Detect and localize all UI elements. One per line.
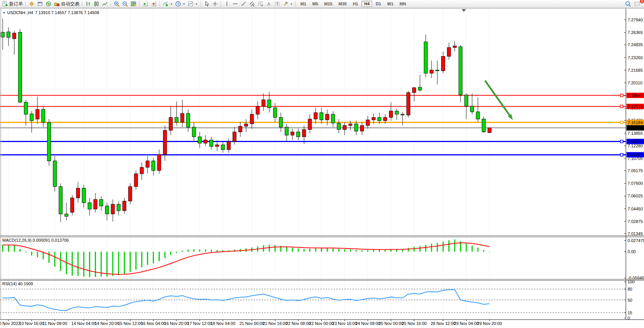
- clock-icon: [175, 1, 181, 7]
- candle-bearish: [337, 123, 340, 129]
- signals-button[interactable]: [44, 0, 53, 8]
- timeframe-button-D1[interactable]: D1: [373, 1, 384, 7]
- timeframe-button-H4[interactable]: H4: [361, 1, 372, 7]
- candle-bullish: [36, 110, 39, 119]
- text-tool-button[interactable]: A: [265, 0, 273, 8]
- candle-bullish: [215, 145, 219, 146]
- timeframe-button-M5[interactable]: M5: [310, 1, 321, 7]
- candle-bullish: [123, 201, 126, 211]
- line-anchor-marker[interactable]: [620, 105, 623, 108]
- macd-histogram-bar: [454, 239, 455, 252]
- auto-scroll-icon: [151, 1, 157, 7]
- candle-bullish: [169, 118, 172, 131]
- timeframe-button-H1[interactable]: H1: [350, 1, 361, 7]
- timeframe-button-M1[interactable]: M1: [298, 1, 309, 7]
- timeframes-menu-button[interactable]: ▼: [174, 0, 186, 8]
- tile-windows-button[interactable]: [129, 0, 138, 8]
- macd-histogram-bar: [361, 250, 363, 252]
- bar-chart-mode-button[interactable]: [84, 0, 92, 8]
- candle-bullish: [163, 130, 167, 154]
- auto-trading-button[interactable]: 自动交易: [53, 0, 80, 8]
- auto-scroll-button[interactable]: [149, 0, 158, 8]
- line-anchor-marker[interactable]: [620, 121, 623, 124]
- crosshair-tool-button[interactable]: [211, 0, 219, 8]
- svg-text:7.09175: 7.09175: [628, 168, 643, 173]
- zoom-out-button[interactable]: [121, 0, 129, 8]
- fibonacci-tool-button[interactable]: F: [256, 0, 265, 8]
- dropdown-caret-icon[interactable]: ▼: [170, 3, 173, 5]
- time-axis-label: 16 Nov 04:00: [141, 321, 165, 326]
- collapse-triangle-icon[interactable]: ▼: [3, 11, 5, 14]
- horizontal-line-tool-button[interactable]: [231, 0, 239, 8]
- timeframe-button-MN[interactable]: MN: [397, 1, 409, 7]
- crosshair-icon: [212, 1, 218, 7]
- timeframe-button-M15[interactable]: M15: [321, 1, 335, 7]
- macd-histogram-bar: [286, 247, 287, 252]
- arrows-tool-icon: [283, 1, 289, 7]
- dropdown-caret-icon[interactable]: ▼: [183, 3, 185, 5]
- macd-histogram-bar: [321, 248, 322, 252]
- indicators-icon: [162, 1, 169, 7]
- time-axis-label: 17 Nov 12:00: [187, 321, 212, 326]
- data-window-button[interactable]: [36, 0, 44, 8]
- notifications-button[interactable]: 1: [633, 0, 642, 8]
- svg-text:F: F: [261, 4, 263, 7]
- svg-text:0.00: 0.00: [628, 249, 636, 254]
- macd-histogram-bar: [483, 250, 484, 252]
- new-order-label: 新订单: [9, 1, 23, 7]
- time-axis-label: 15 Nov 12:00: [118, 321, 143, 326]
- market-watch-button[interactable]: [27, 0, 36, 8]
- svg-text:7.26365: 7.26365: [628, 30, 643, 35]
- line-chart-mode-button[interactable]: [101, 0, 109, 8]
- time-axis-label: 18 Nov 04:00: [210, 321, 235, 326]
- macd-histogram-bar: [350, 249, 351, 252]
- trendline-tool-button[interactable]: [239, 0, 248, 8]
- text-label-tool-button[interactable]: T: [273, 0, 281, 8]
- candle-bearish: [297, 132, 300, 137]
- line-anchor-marker[interactable]: [620, 153, 623, 156]
- svg-text:7.01345: 7.01345: [628, 231, 643, 236]
- macd-histogram-bar: [83, 252, 84, 276]
- chart-title: ▼ USDCNH-,H4 7.13910 7.14557 7.13876 7.1…: [3, 10, 99, 15]
- macd-histogram-bar: [77, 252, 79, 276]
- price-chart-canvas[interactable]: 7.279407.263657.248357.232607.216857.201…: [0, 0, 644, 328]
- time-axis-label: 21 Nov 00:00: [239, 321, 264, 326]
- line-anchor-marker[interactable]: [620, 140, 623, 143]
- macd-histogram-bar: [147, 252, 148, 265]
- svg-text:100: 100: [628, 280, 634, 284]
- timeframe-button-M30[interactable]: M30: [336, 1, 349, 7]
- svg-text:7.18547: 7.18547: [628, 93, 643, 98]
- cursor-tool-button[interactable]: [202, 0, 211, 8]
- macd-histogram-bar: [95, 252, 96, 277]
- candle-bearish: [100, 199, 103, 206]
- zoom-in-button[interactable]: [112, 0, 121, 8]
- chart-shift-button[interactable]: [141, 0, 149, 8]
- search-button[interactable]: [623, 0, 633, 8]
- svg-text:7.04450: 7.04450: [628, 207, 643, 211]
- timeframe-button-W1[interactable]: W1: [384, 1, 396, 7]
- macd-histogram-bar: [315, 248, 316, 252]
- time-axis-label: 23 Nov 16:00: [332, 321, 357, 326]
- macd-histogram-bar: [141, 252, 142, 267]
- candlestick-mode-button[interactable]: [92, 0, 101, 8]
- toolbar-grip: [82, 1, 82, 7]
- arrows-tool-button[interactable]: ▼: [281, 0, 294, 8]
- time-axis-label: 22 Nov 08:00: [286, 321, 310, 326]
- macd-histogram-bar: [193, 249, 194, 252]
- new-order-button[interactable]: 新订单: [1, 0, 24, 8]
- line-anchor-marker[interactable]: [620, 94, 623, 97]
- candle-bullish: [302, 129, 306, 137]
- dropdown-caret-icon[interactable]: ▼: [195, 3, 198, 5]
- candle-bearish: [221, 145, 225, 150]
- dropdown-caret-icon[interactable]: ▼: [290, 3, 293, 5]
- templates-button[interactable]: ▼: [186, 0, 199, 8]
- channel-tool-button[interactable]: E: [248, 0, 256, 8]
- vertical-line-tool-button[interactable]: [223, 0, 231, 8]
- candle-bearish: [186, 113, 190, 127]
- time-axis-label: 28 Nov 12:00: [430, 321, 455, 326]
- candle-bullish: [239, 126, 242, 132]
- macd-histogram-bar: [37, 252, 38, 257]
- svg-text:7.20110: 7.20110: [628, 81, 642, 85]
- indicators-button[interactable]: ▼: [161, 0, 174, 8]
- candle-bearish: [198, 137, 201, 143]
